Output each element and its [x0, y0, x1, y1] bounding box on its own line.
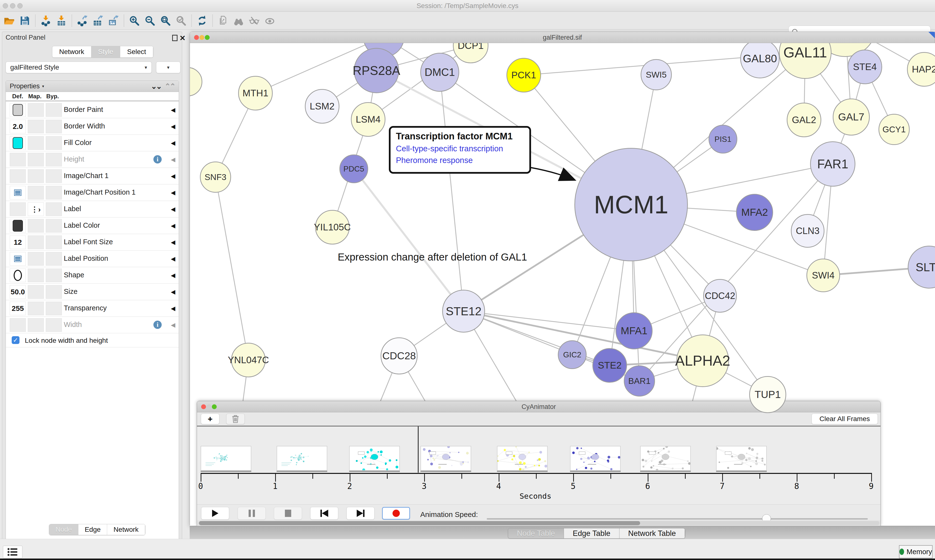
- annotation-link-2[interactable]: Pheromone response: [396, 156, 529, 165]
- pause-button[interactable]: [238, 507, 265, 520]
- info-icon[interactable]: i: [153, 321, 162, 329]
- bypass-cell[interactable]: [46, 252, 62, 266]
- expand-row-icon[interactable]: ◀: [171, 123, 175, 130]
- default-value-cell[interactable]: [10, 136, 26, 150]
- mapping-cell[interactable]: [28, 285, 44, 299]
- mapping-cell[interactable]: [28, 302, 44, 315]
- frame-thumbnail-2[interactable]: [349, 446, 400, 471]
- zoom-out-icon[interactable]: [142, 14, 158, 28]
- zoom-in-icon[interactable]: [127, 14, 142, 28]
- bypass-cell[interactable]: [46, 169, 62, 183]
- node-lsm4[interactable]: LSM4: [351, 102, 386, 137]
- property-row-size[interactable]: 50.0Size◀: [6, 284, 179, 300]
- import-network-icon[interactable]: [38, 14, 54, 28]
- annotation-link-1[interactable]: Cell-type-specific transcription: [396, 144, 529, 153]
- hide-details-icon[interactable]: [247, 14, 262, 28]
- node-alpha2[interactable]: ALPHA2: [676, 334, 729, 387]
- expand-row-icon[interactable]: ◀: [171, 206, 175, 212]
- mapping-cell[interactable]: [28, 103, 44, 117]
- bypass-cell[interactable]: [46, 186, 62, 200]
- bypass-cell[interactable]: [46, 318, 62, 332]
- default-value-cell[interactable]: 12: [10, 235, 26, 249]
- node-mfa1[interactable]: MFA1: [616, 312, 653, 349]
- expand-row-icon[interactable]: ◀: [171, 255, 175, 262]
- play-button[interactable]: [201, 507, 229, 520]
- node-cdc28[interactable]: CDC28: [381, 337, 418, 374]
- node-yil105c[interactable]: YIL105C: [315, 210, 350, 245]
- default-value-cell[interactable]: 255: [10, 302, 26, 315]
- node-mth1[interactable]: MTH1: [238, 76, 273, 111]
- mapping-cell[interactable]: [28, 235, 44, 249]
- bypass-cell[interactable]: [46, 153, 62, 166]
- stop-button[interactable]: [274, 507, 302, 520]
- property-row-border-paint[interactable]: Border Paint◀: [6, 102, 179, 118]
- node-dmc1[interactable]: DMC1: [420, 53, 459, 92]
- bypass-cell[interactable]: [46, 219, 62, 232]
- default-value-cell[interactable]: 50.0: [10, 285, 26, 299]
- property-row-label[interactable]: ⋮›Label◀: [6, 201, 179, 217]
- add-frame-button[interactable]: +: [201, 414, 219, 424]
- animation-speed-slider[interactable]: [487, 518, 868, 520]
- expand-row-icon[interactable]: ◀: [171, 140, 175, 146]
- animator-timeline[interactable]: 0123456789 Seconds: [197, 426, 881, 504]
- property-row-width[interactable]: Widthi◀: [6, 317, 179, 333]
- node-lsm2[interactable]: LSM2: [305, 89, 339, 123]
- mapping-cell[interactable]: [28, 318, 44, 332]
- mapping-cell[interactable]: [28, 186, 44, 200]
- bypass-cell[interactable]: [46, 285, 62, 299]
- network-window-titlebar[interactable]: galFiltered.sif: [190, 32, 935, 43]
- bypass-cell[interactable]: [46, 136, 62, 150]
- mapping-cell[interactable]: [28, 169, 44, 183]
- search-binoculars-icon[interactable]: [231, 14, 247, 28]
- open-session-icon[interactable]: [2, 14, 17, 28]
- expand-row-icon[interactable]: ◀: [171, 106, 175, 113]
- frame-thumbnail-6[interactable]: [640, 446, 691, 471]
- property-row-image-chart-position-1[interactable]: Image/Chart Position 1◀: [6, 185, 179, 201]
- node-rps28a[interactable]: RPS28A: [354, 48, 399, 93]
- mapping-cell[interactable]: ⋮›: [28, 202, 44, 216]
- expand-row-icon[interactable]: ◀: [171, 156, 175, 163]
- default-value-cell[interactable]: [10, 169, 26, 183]
- style-options-button[interactable]: ▾: [156, 62, 181, 73]
- memory-button[interactable]: Memory: [899, 545, 933, 558]
- expand-row-icon[interactable]: ◀: [171, 305, 175, 312]
- bypass-cell[interactable]: [46, 103, 62, 117]
- info-icon[interactable]: i: [153, 155, 162, 163]
- mapping-cell[interactable]: [28, 252, 44, 266]
- node-swi5[interactable]: SWI5: [640, 59, 672, 90]
- export-table-icon[interactable]: [90, 14, 106, 28]
- delete-frame-button[interactable]: [226, 414, 245, 424]
- default-value-cell[interactable]: [10, 153, 26, 166]
- node-ste12[interactable]: STE12: [442, 290, 485, 332]
- tab-network-table[interactable]: Network Table: [619, 528, 685, 538]
- node-pis1[interactable]: PIS1: [708, 125, 737, 154]
- node-mfa2[interactable]: MFA2: [736, 194, 773, 231]
- property-row-height[interactable]: Heighti◀: [6, 151, 179, 168]
- tab-edge-table[interactable]: Edge Table: [564, 528, 619, 538]
- bypass-cell[interactable]: [46, 302, 62, 315]
- lock-checkbox[interactable]: ✓: [12, 336, 20, 344]
- frame-thumbnail-0[interactable]: [201, 446, 251, 471]
- style-tab-network[interactable]: Network: [107, 524, 145, 535]
- expand-row-icon[interactable]: ◀: [171, 222, 175, 229]
- default-value-cell[interactable]: [10, 269, 26, 282]
- node-far1[interactable]: FAR1: [810, 142, 855, 186]
- default-value-cell[interactable]: [10, 103, 26, 117]
- animator-hscrollbar[interactable]: [197, 520, 881, 526]
- node-ste4[interactable]: STE4: [848, 50, 882, 84]
- skip-end-button[interactable]: [347, 507, 375, 520]
- property-row-label-color[interactable]: Label Color◀: [6, 217, 179, 234]
- style-selector[interactable]: galFiltered Style ▾: [6, 62, 152, 73]
- frame-thumbnail-1[interactable]: [276, 446, 327, 471]
- close-panel-icon[interactable]: ✕: [179, 34, 185, 42]
- property-row-image-chart-1[interactable]: Image/Chart 1◀: [6, 168, 179, 185]
- zoom-selected-icon[interactable]: [173, 14, 189, 28]
- timeline-playhead[interactable]: [418, 426, 418, 473]
- frame-thumbnail-4[interactable]: [497, 446, 548, 471]
- property-row-label-position[interactable]: Label Position◀: [6, 251, 179, 267]
- copy-document-icon[interactable]: [215, 14, 231, 28]
- property-row-border-width[interactable]: 2.0Border Width◀: [6, 118, 179, 135]
- property-row-shape[interactable]: Shape◀: [6, 267, 179, 284]
- mapping-cell[interactable]: [28, 120, 44, 133]
- node-pdc5[interactable]: PDC5: [339, 154, 368, 183]
